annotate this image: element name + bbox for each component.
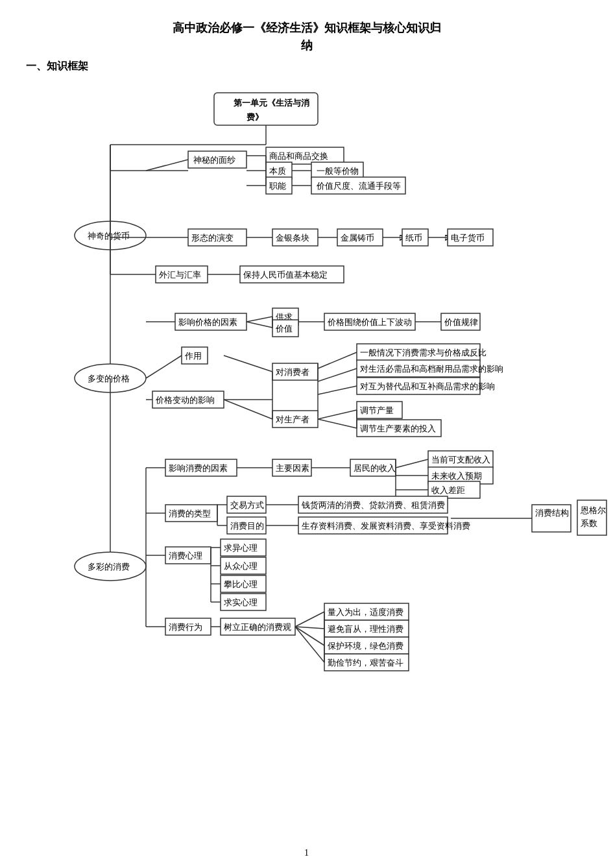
svg-text:避免盲从，理性消费: 避免盲从，理性消费 [328, 624, 403, 634]
svg-line-61 [246, 322, 272, 328]
svg-line-174 [295, 627, 324, 645]
page-title: 高中政治必修一《经济生活》知识框架与核心知识归 纳 [26, 19, 587, 54]
svg-text:保持人民币值基本稳定: 保持人民币值基本稳定 [243, 270, 328, 280]
svg-text:居民的收入: 居民的收入 [354, 463, 396, 473]
svg-text:当前可支配收入: 当前可支配收入 [431, 455, 490, 464]
svg-text:费》: 费》 [246, 112, 263, 122]
svg-line-168 [295, 612, 324, 627]
svg-text:一般等价物: 一般等价物 [317, 166, 359, 176]
svg-text:消费结构: 消费结构 [535, 508, 569, 518]
svg-text:作用: 作用 [184, 351, 202, 361]
svg-text:金属铸币: 金属铸币 [341, 233, 374, 243]
svg-text:本质: 本质 [269, 166, 286, 176]
svg-text:消费心理: 消费心理 [169, 551, 202, 561]
svg-text:多彩的消费: 多彩的消费 [88, 562, 130, 572]
svg-text:影响价格的因素: 影响价格的因素 [178, 317, 237, 327]
svg-text:第一单元《生活与消: 第一单元《生活与消 [234, 98, 309, 108]
svg-line-85 [318, 368, 357, 381]
svg-text:主要因素: 主要因素 [276, 463, 309, 473]
svg-text:保护环境，绿色消费: 保护环境，绿色消费 [328, 641, 403, 651]
svg-line-171 [295, 627, 324, 629]
svg-text:未来收入预期: 未来收入预期 [431, 471, 482, 481]
svg-text:生存资料消费、发展资料消费、享受资料消费: 生存资料消费、发展资料消费、享受资料消费 [302, 521, 470, 531]
svg-text:交易方式: 交易方式 [230, 500, 264, 510]
page-number: 1 [26, 848, 587, 858]
svg-line-93 [224, 400, 272, 419]
svg-text:消费目的: 消费目的 [230, 521, 264, 531]
svg-line-177 [295, 627, 324, 662]
mind-map-container: 第一单元《生活与消 费》 神奇的货币 神秘的面纱 商品和商品交换 本质 一般等价… [26, 86, 587, 835]
svg-text:外汇与汇率: 外汇与汇率 [159, 270, 201, 280]
svg-text:商品和商品交换: 商品和商品交换 [269, 151, 328, 161]
svg-text:量入为出，适度消费: 量入为出，适度消费 [328, 607, 403, 617]
svg-text:从众心理: 从众心理 [224, 561, 258, 571]
svg-text:神秘的面纱: 神秘的面纱 [193, 155, 235, 165]
svg-text:价格变动的影响: 价格变动的影响 [155, 395, 215, 405]
svg-text:多变的价格: 多变的价格 [88, 374, 130, 383]
svg-line-95 [318, 410, 357, 419]
svg-text:价格围绕价值上下波动: 价格围绕价值上下波动 [327, 317, 412, 327]
svg-text:攀比心理: 攀比心理 [224, 579, 258, 589]
svg-text:系数: 系数 [581, 518, 597, 528]
svg-text:收入差距: 收入差距 [431, 485, 465, 495]
svg-line-82 [318, 352, 357, 368]
svg-line-71 [146, 356, 182, 378]
svg-line-115 [396, 459, 428, 468]
svg-text:职能: 职能 [269, 181, 286, 191]
svg-line-77 [224, 356, 272, 372]
mind-map-svg: 第一单元《生活与消 费》 神奇的货币 神秘的面纱 商品和商品交换 本质 一般等价… [26, 86, 610, 832]
svg-line-10 [146, 160, 188, 171]
svg-text:形态的演变: 形态的演变 [191, 233, 234, 243]
svg-text:神奇的货币: 神奇的货币 [88, 231, 130, 241]
svg-line-98 [318, 419, 357, 428]
section-header: 一、知识框架 [26, 60, 587, 73]
svg-text:对生产者: 对生产者 [276, 415, 309, 424]
svg-text:钱货两清的消费、贷款消费、租赁消费: 钱货两清的消费、贷款消费、租赁消费 [301, 500, 445, 510]
svg-text:勤俭节约，艰苦奋斗: 勤俭节约，艰苦奋斗 [328, 658, 403, 668]
svg-text:价值: 价值 [275, 324, 293, 333]
svg-text:调节生产要素的投入: 调节生产要素的投入 [360, 424, 436, 433]
svg-text:电子货币: 电子货币 [451, 233, 485, 243]
svg-text:消费的类型: 消费的类型 [169, 509, 211, 518]
svg-text:求异心理: 求异心理 [224, 543, 258, 553]
svg-text:一般情况下消费需求与价格成反比: 一般情况下消费需求与价格成反比 [360, 348, 487, 357]
svg-text:对生活必需品和高档耐用品需求的影响: 对生活必需品和高档耐用品需求的影响 [360, 364, 503, 374]
svg-line-88 [318, 386, 357, 394]
svg-text:求实心理: 求实心理 [224, 597, 258, 607]
svg-text:树立正确的消费观: 树立正确的消费观 [224, 622, 291, 632]
svg-text:对消费者: 对消费者 [276, 367, 309, 377]
svg-text:调节产量: 调节产量 [360, 405, 394, 415]
svg-text:价值尺度、流通手段等: 价值尺度、流通手段等 [316, 181, 401, 191]
svg-text:金银条块: 金银条块 [276, 233, 309, 243]
svg-text:纸币: 纸币 [405, 233, 422, 243]
svg-text:价值规律: 价值规律 [444, 317, 478, 327]
svg-text:恩格尔: 恩格尔 [580, 505, 606, 515]
svg-line-58 [246, 317, 272, 322]
svg-text:消费行为: 消费行为 [169, 622, 202, 632]
svg-text:影响消费的因素: 影响消费的因素 [169, 463, 228, 473]
svg-text:对互为替代品和互补商品需求的影响: 对互为替代品和互补商品需求的影响 [360, 381, 495, 391]
